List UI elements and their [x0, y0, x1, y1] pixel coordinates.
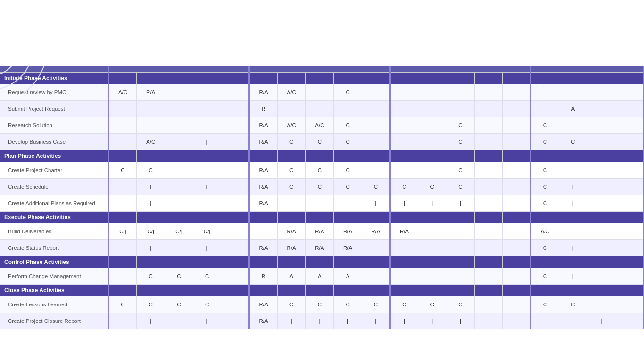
section-row-3: Control Phase Activities	[0, 256, 644, 268]
cell-3-0-8: A	[334, 268, 362, 284]
cell-1-2-3	[193, 195, 221, 211]
cell-0-3-7: C	[305, 133, 334, 150]
section-cell-2-16	[559, 211, 587, 223]
cell-4-1-2: |	[165, 313, 193, 329]
section-cell-2-8	[334, 211, 362, 223]
section-row-2: Execute Phase Activities	[0, 211, 644, 223]
cell-3-0-16: |	[559, 268, 587, 284]
cell-1-2-2: |	[165, 195, 193, 211]
cell-2-1-15: C	[531, 239, 559, 256]
project-team-members1-header	[249, 66, 390, 72]
cell-2-1-6: R/A	[277, 239, 305, 256]
section-cell-0-10	[390, 72, 418, 84]
section-cell-3-18	[615, 256, 644, 268]
cell-2-1-9	[362, 239, 390, 256]
section-cell-1-11	[418, 150, 446, 162]
section-cell-1-15	[531, 150, 559, 162]
cell-1-0-17	[587, 162, 615, 178]
section-cell-1-9	[362, 150, 390, 162]
cell-0-1-6	[277, 100, 305, 117]
cell-0-2-9	[362, 117, 390, 133]
section-cell-2-4	[221, 211, 249, 223]
section-label-1: Plan Phase Activities	[0, 150, 109, 162]
cell-2-0-10: R/A	[390, 223, 418, 239]
cell-4-1-14	[503, 313, 531, 329]
cell-1-1-2: |	[165, 178, 193, 195]
cell-3-0-3: C	[193, 268, 221, 284]
section-cell-3-13	[474, 256, 503, 268]
cell-1-1-18	[615, 178, 644, 195]
cell-4-0-12: C	[446, 296, 475, 313]
cell-0-2-18	[615, 117, 644, 133]
section-cell-1-2	[165, 150, 193, 162]
cell-0-1-0	[108, 100, 137, 117]
cell-3-0-6: A	[277, 268, 305, 284]
cell-4-0-7: C	[305, 296, 334, 313]
cell-2-0-12	[446, 223, 475, 239]
col-header-pl-role5	[221, 0, 249, 66]
cell-1-2-0: |	[108, 195, 137, 211]
cell-0-3-9	[362, 133, 390, 150]
cell-1-2-12: |	[446, 195, 475, 211]
cell-3-0-9	[362, 268, 390, 284]
cell-1-1-10: C	[390, 178, 418, 195]
cell-1-0-4	[221, 162, 249, 178]
section-cell-4-3	[193, 284, 221, 296]
cell-2-1-0: |	[108, 239, 137, 256]
col-header-project-team-member	[362, 0, 390, 66]
section-cell-3-16	[559, 256, 587, 268]
cell-2-1-12	[446, 239, 475, 256]
section-cell-2-2	[165, 211, 193, 223]
cell-4-0-8: C	[334, 296, 362, 313]
activity-column-header	[0, 66, 109, 72]
section-cell-4-16	[559, 284, 587, 296]
cell-1-0-7: C	[305, 162, 334, 178]
section-cell-1-18	[615, 150, 644, 162]
cell-1-1-8: C	[334, 178, 362, 195]
cell-0-1-4	[221, 100, 249, 117]
section-cell-2-6	[277, 211, 305, 223]
cell-0-2-4	[221, 117, 249, 133]
cell-0-1-1	[137, 100, 165, 117]
section-cell-3-11	[418, 256, 446, 268]
cell-1-0-16	[559, 162, 587, 178]
cell-1-0-18	[615, 162, 644, 178]
data-row-0-0: Request review by PMOA/CR/AR/AA/CC	[0, 84, 644, 100]
section-cell-4-6	[277, 284, 305, 296]
cell-0-3-17	[587, 133, 615, 150]
cell-0-2-15: C	[531, 117, 559, 133]
cell-4-1-6: |	[277, 313, 305, 329]
data-row-1-1: Create Schedule||||R/ACCCCCCCC|	[0, 178, 644, 195]
section-cell-4-11	[418, 284, 446, 296]
cell-1-2-13	[474, 195, 503, 211]
cell-1-1-7: C	[305, 178, 334, 195]
section-cell-3-4	[221, 256, 249, 268]
col-header-tech-lead	[277, 0, 305, 66]
cell-4-1-11: |	[418, 313, 446, 329]
cell-1-1-0: |	[108, 178, 137, 195]
section-cell-0-16	[559, 72, 587, 84]
cell-0-1-11	[418, 100, 446, 117]
cell-0-3-2: |	[165, 133, 193, 150]
section-cell-2-1	[137, 211, 165, 223]
section-label-3: Control Phase Activities	[0, 256, 109, 268]
cell-4-0-16: C	[559, 296, 587, 313]
data-row-0-2: Research Solution|R/AA/CA/CCCC	[0, 117, 644, 133]
cell-2-1-16: |	[559, 239, 587, 256]
cell-2-1-13	[474, 239, 503, 256]
cell-3-0-15: C	[531, 268, 559, 284]
cell-4-1-9: |	[362, 313, 390, 329]
cell-2-1-14	[503, 239, 531, 256]
cell-1-2-10: |	[390, 195, 418, 211]
cell-1-1-4	[221, 178, 249, 195]
cell-4-1-3: |	[193, 313, 221, 329]
cell-0-0-12	[446, 84, 475, 100]
cell-1-1-6: C	[277, 178, 305, 195]
cell-0-2-13	[474, 117, 503, 133]
section-cell-0-2	[165, 72, 193, 84]
cell-4-0-18	[615, 296, 644, 313]
col-header-sme	[334, 0, 362, 66]
cell-2-0-14	[503, 223, 531, 239]
section-cell-3-15	[531, 256, 559, 268]
section-cell-3-6	[277, 256, 305, 268]
